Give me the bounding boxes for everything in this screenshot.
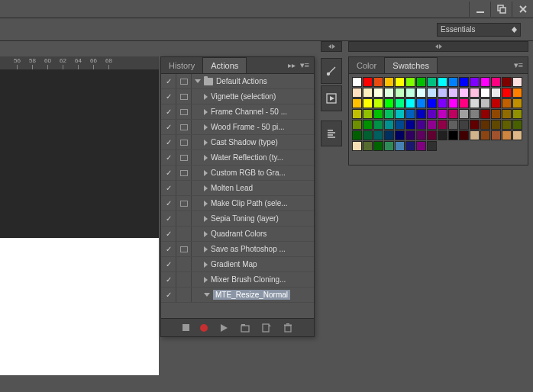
swatch[interactable] bbox=[395, 141, 405, 151]
disclosure-right-icon[interactable] bbox=[204, 262, 208, 268]
swatch[interactable] bbox=[416, 130, 426, 140]
swatches-collapse-handle[interactable] bbox=[348, 41, 528, 52]
swatch[interactable] bbox=[363, 88, 373, 98]
swatch[interactable] bbox=[363, 109, 373, 119]
collapse-panel-icon[interactable]: ▸▸ bbox=[288, 61, 296, 69]
swatch[interactable] bbox=[384, 109, 394, 119]
swatch[interactable] bbox=[438, 98, 447, 108]
swatch[interactable] bbox=[384, 120, 394, 130]
swatch[interactable] bbox=[427, 130, 437, 140]
record-button[interactable] bbox=[200, 324, 208, 332]
disclosure-down-icon[interactable] bbox=[204, 293, 210, 297]
swatch[interactable] bbox=[363, 98, 373, 108]
swatch[interactable] bbox=[448, 109, 458, 119]
dialog-toggle-icon[interactable] bbox=[180, 109, 188, 115]
action-row[interactable]: ✓Cast Shadow (type) bbox=[161, 135, 314, 150]
disclosure-right-icon[interactable] bbox=[204, 94, 208, 100]
close-button[interactable] bbox=[512, 2, 533, 17]
brush-panel-icon[interactable] bbox=[321, 58, 342, 84]
swatch[interactable] bbox=[352, 88, 362, 98]
swatch[interactable] bbox=[352, 120, 362, 130]
swatch[interactable] bbox=[502, 77, 512, 87]
swatch[interactable] bbox=[459, 88, 469, 98]
swatch[interactable] bbox=[448, 120, 458, 130]
paragraph-panel-icon[interactable] bbox=[321, 120, 342, 146]
swatch[interactable] bbox=[405, 120, 415, 130]
swatch[interactable] bbox=[448, 98, 458, 108]
action-row[interactable]: ✓Make Clip Path (sele... bbox=[161, 196, 314, 211]
swatch[interactable] bbox=[405, 109, 415, 119]
swatch[interactable] bbox=[480, 77, 490, 87]
swatch[interactable] bbox=[384, 141, 394, 151]
dialog-toggle-icon[interactable] bbox=[180, 79, 188, 85]
action-row[interactable]: ✓Mixer Brush Cloning... bbox=[161, 272, 314, 288]
canvas-background[interactable] bbox=[0, 70, 159, 238]
swatch[interactable] bbox=[491, 88, 501, 98]
minimize-button[interactable] bbox=[469, 2, 490, 17]
action-row-selected[interactable]: ✓ MTE_Resize_Normal bbox=[161, 288, 314, 303]
swatch[interactable] bbox=[363, 141, 373, 151]
swatch[interactable] bbox=[416, 141, 426, 151]
swatch[interactable] bbox=[395, 120, 405, 130]
tab-history[interactable]: History bbox=[161, 57, 202, 73]
stop-button[interactable] bbox=[183, 324, 189, 331]
disclosure-right-icon[interactable] bbox=[204, 231, 208, 237]
action-set-row[interactable]: ✓ Default Actions bbox=[161, 74, 314, 89]
action-row[interactable]: ✓Wood Frame - 50 pi... bbox=[161, 120, 314, 135]
swatch[interactable] bbox=[373, 141, 383, 151]
swatch[interactable] bbox=[352, 109, 362, 119]
tab-actions[interactable]: Actions bbox=[202, 57, 247, 73]
swatch[interactable] bbox=[459, 130, 469, 140]
swatch[interactable] bbox=[427, 98, 437, 108]
swatch[interactable] bbox=[352, 77, 362, 87]
action-row[interactable]: ✓Save as Photoshop ... bbox=[161, 242, 314, 257]
swatch[interactable] bbox=[459, 98, 469, 108]
play-panel-icon[interactable] bbox=[321, 85, 342, 111]
swatch[interactable] bbox=[470, 77, 480, 87]
swatch[interactable] bbox=[491, 109, 501, 119]
swatch[interactable] bbox=[416, 98, 426, 108]
swatch[interactable] bbox=[470, 120, 480, 130]
disclosure-right-icon[interactable] bbox=[204, 216, 208, 222]
dialog-toggle-icon[interactable] bbox=[180, 140, 188, 146]
swatch[interactable] bbox=[416, 88, 426, 98]
disclosure-right-icon[interactable] bbox=[204, 124, 208, 130]
maximize-button[interactable] bbox=[490, 2, 512, 17]
action-row[interactable]: ✓Custom RGB to Gra... bbox=[161, 165, 314, 181]
swatch[interactable] bbox=[427, 120, 437, 130]
swatch[interactable] bbox=[459, 109, 469, 119]
swatch[interactable] bbox=[491, 98, 501, 108]
swatch[interactable] bbox=[352, 130, 362, 140]
swatch[interactable] bbox=[384, 77, 394, 87]
swatch[interactable] bbox=[502, 109, 512, 119]
swatch[interactable] bbox=[395, 77, 405, 87]
swatch[interactable] bbox=[512, 109, 522, 119]
action-row[interactable]: ✓Gradient Map bbox=[161, 257, 314, 272]
swatch[interactable] bbox=[384, 98, 394, 108]
disclosure-right-icon[interactable] bbox=[204, 140, 208, 146]
swatch[interactable] bbox=[480, 109, 490, 119]
swatch[interactable] bbox=[405, 98, 415, 108]
swatch[interactable] bbox=[470, 88, 480, 98]
swatch[interactable] bbox=[373, 109, 383, 119]
swatch[interactable] bbox=[416, 109, 426, 119]
swatch[interactable] bbox=[373, 98, 383, 108]
action-row[interactable]: ✓Molten Lead bbox=[161, 181, 314, 196]
collapse-handle[interactable] bbox=[321, 41, 342, 52]
swatch[interactable] bbox=[427, 109, 437, 119]
new-action-button[interactable] bbox=[261, 323, 272, 333]
swatch[interactable] bbox=[405, 88, 415, 98]
disclosure-right-icon[interactable] bbox=[204, 170, 208, 176]
canvas-document[interactable] bbox=[0, 238, 159, 375]
swatch[interactable] bbox=[363, 77, 373, 87]
swatch[interactable] bbox=[405, 141, 415, 151]
panel-menu-icon[interactable]: ▾≡ bbox=[514, 60, 525, 70]
swatch[interactable] bbox=[395, 98, 405, 108]
swatch[interactable] bbox=[491, 77, 501, 87]
swatch[interactable] bbox=[384, 130, 394, 140]
disclosure-right-icon[interactable] bbox=[204, 155, 208, 161]
new-set-button[interactable] bbox=[240, 323, 250, 333]
tab-color[interactable]: Color bbox=[349, 57, 384, 73]
swatch[interactable] bbox=[502, 130, 512, 140]
swatch[interactable] bbox=[427, 141, 437, 151]
